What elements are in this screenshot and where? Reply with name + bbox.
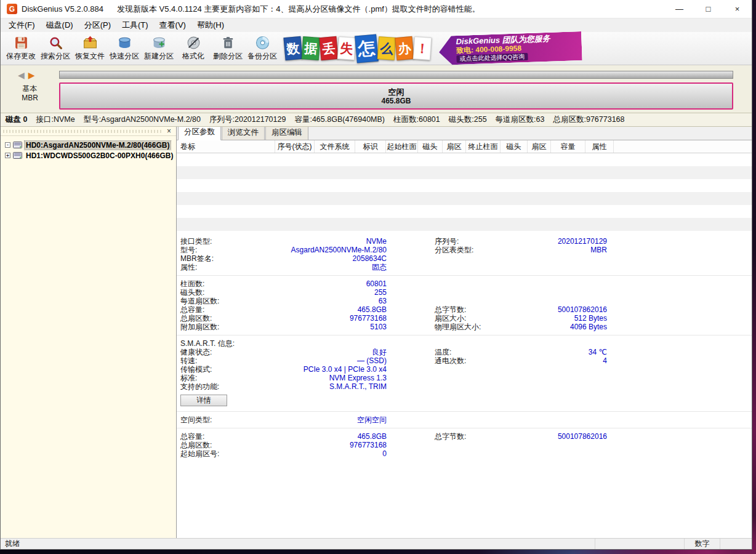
detail-value: 固态 — [273, 263, 387, 271]
ad-tile: 据 — [302, 36, 321, 60]
tree-panel-header: × — [1, 127, 176, 136]
tab-partition-params[interactable]: 分区参数 — [178, 127, 221, 140]
detail-value — [526, 254, 607, 263]
ad-tile: 失 — [337, 36, 356, 60]
detail-label — [435, 288, 526, 297]
table-header-cell[interactable]: 属性 — [585, 140, 614, 153]
detail-label: 标准: — [180, 374, 273, 382]
ad-banner[interactable]: DiskGenius 团队为您服务 致电: 400-008-9958 或点击此处… — [438, 31, 582, 65]
detail-value — [526, 441, 607, 449]
next-disk-arrow-icon[interactable]: ▶ — [28, 70, 35, 80]
detail-value: NVM Express 1.3 — [273, 374, 387, 382]
free-space-partition[interactable]: 空闲 465.8GB — [59, 82, 733, 110]
table-header-cell[interactable]: 起始柱面 — [386, 140, 418, 153]
detail-label: MBR签名: — [180, 254, 273, 263]
menu-item[interactable]: 工具(T) — [116, 18, 154, 32]
toolbar-label: 备份分区 — [247, 51, 277, 62]
detail-section-identity: 接口类型: NVMe 序列号: 202012170129 型号: AsgardA… — [177, 233, 752, 275]
disk-overview-bar[interactable] — [59, 71, 733, 79]
detail-value: 4096 Bytes — [526, 323, 607, 331]
detail-label: 起始扇区号: — [180, 449, 273, 458]
detail-label — [435, 263, 526, 271]
ad-tile: 数 — [283, 36, 302, 60]
collapse-icon[interactable]: - — [5, 142, 10, 148]
table-header-cell[interactable]: 标识 — [355, 140, 386, 153]
disk-tree: - HD0:AsgardAN2500NVMe-M.2/80(466GB) + H… — [1, 136, 176, 164]
detail-value — [526, 416, 607, 424]
maximize-button[interactable]: □ — [694, 0, 723, 18]
prev-disk-arrow-icon[interactable]: ◀ — [18, 70, 25, 80]
table-header-cell[interactable]: 磁头 — [418, 140, 443, 153]
detail-label — [435, 254, 526, 263]
toolbar-label: 保存更改 — [6, 51, 36, 62]
menu-item[interactable]: 查看(V) — [154, 18, 191, 32]
disk-info-line: 磁盘 0接口:NVMe型号:AsgardAN2500NVMe-M.2/80序列号… — [1, 113, 752, 127]
detail-row: 空间类型: 空闲空间 — [177, 416, 752, 424]
disk-info-segment: 总扇区数:976773168 — [553, 114, 624, 125]
partition-table-label: MBR — [1, 94, 59, 103]
detail-row: 总容量: 465.8GB 总字节数: 500107862016 — [177, 305, 752, 314]
table-header-cell[interactable]: 终止柱面 — [466, 140, 501, 153]
detail-value — [526, 297, 607, 305]
table-header-cell[interactable]: 文件系统 — [315, 140, 355, 153]
partition-table-body — [177, 153, 752, 231]
search-partition-button[interactable]: 搜索分区 — [38, 33, 73, 64]
menu-item[interactable]: 帮助(H) — [191, 18, 230, 32]
table-row — [177, 205, 752, 218]
table-header-cell[interactable]: 扇区 — [443, 140, 466, 153]
app-title: DiskGenius V5.2.0.884 — [22, 4, 103, 14]
tree-item-hd0[interactable]: - HD0:AsgardAN2500NVMe-M.2/80(466GB) — [2, 140, 175, 150]
table-header-cell[interactable]: 卷标 — [177, 140, 275, 153]
detail-label — [435, 374, 526, 382]
detail-label: 每道扇区数: — [180, 297, 273, 305]
toolbar-label: 搜索分区 — [41, 51, 70, 62]
recover-files-button[interactable]: 恢复文件 — [73, 33, 107, 64]
menu-item[interactable]: 分区(P) — [79, 18, 116, 32]
disk-info-segment: 序列号:202012170129 — [209, 114, 286, 125]
minimize-button[interactable]: — — [665, 0, 694, 18]
detail-label — [435, 297, 526, 305]
detail-value: 34 ℃ — [526, 348, 607, 356]
partition-size: 465.8GB — [381, 97, 411, 105]
detail-value: PCIe 3.0 x4 | PCIe 3.0 x4 — [273, 365, 387, 374]
detail-section-free-space: 总容量: 465.8GB 总字节数: 500107862016 总扇区数: 97… — [177, 428, 752, 462]
menu-item[interactable]: 文件(F) — [3, 18, 41, 32]
table-header-cell[interactable]: 序号(状态) — [275, 140, 315, 153]
table-header-cell[interactable]: 容量 — [551, 140, 585, 153]
detail-label: 型号: — [180, 246, 273, 254]
detail-label — [435, 416, 526, 424]
detail-row: 转速: — (SSD) 通电次数: 4 — [177, 356, 752, 365]
table-header-cell[interactable]: 扇区 — [528, 140, 551, 153]
save-changes-button[interactable]: 保存更改 — [4, 33, 38, 64]
disk-bar-left: ◀ ▶ 基本 MBR — [1, 65, 59, 113]
tree-item-label[interactable]: HD1:WDCWDS500G2B0C-00PXH0(466GB) — [25, 151, 174, 160]
detail-label: 空间类型: — [180, 416, 273, 424]
smart-details-button[interactable]: 详情 — [180, 395, 227, 406]
detail-label: 附加扇区数: — [180, 323, 273, 331]
detail-label — [435, 382, 526, 391]
tree-item-hd1[interactable]: + HD1:WDCWDS500G2B0C-00PXH0(466GB) — [2, 150, 175, 161]
detail-value: NVMe — [273, 237, 387, 246]
new-partition-button[interactable]: 新建分区 — [142, 33, 176, 64]
toolbar-label: 新建分区 — [144, 51, 174, 62]
expand-icon[interactable]: + — [5, 153, 10, 158]
detail-label: 支持的功能: — [180, 382, 273, 391]
desktop-background: { "titlebar": { "logo_letter": "G", "app… — [0, 0, 756, 554]
promo-ad[interactable]: 数据丢失怎么办！ DiskGenius 团队为您服务 致电: 400-008-9… — [284, 32, 582, 65]
format-button[interactable]: 格式化 — [176, 33, 211, 64]
table-header-cell[interactable]: 磁头 — [501, 140, 528, 153]
close-button[interactable]: × — [723, 0, 752, 18]
detail-label: 柱面数: — [180, 279, 273, 288]
recover-files-icon — [82, 35, 98, 50]
backup-partition-button[interactable]: 备份分区 — [245, 33, 279, 64]
delete-partition-button[interactable]: 删除分区 — [211, 33, 245, 64]
quick-partition-button[interactable]: 快速分区 — [107, 33, 142, 64]
panel-close-icon[interactable]: × — [167, 127, 171, 135]
ad-tile: 办 — [395, 36, 414, 60]
detail-row: 总扇区数: 976773168 扇区大小: 512 Bytes — [177, 314, 752, 323]
tab-browse-files[interactable]: 浏览文件 — [222, 127, 265, 140]
detail-label — [435, 449, 526, 458]
tab-sector-edit[interactable]: 扇区编辑 — [265, 127, 308, 140]
tree-item-label[interactable]: HD0:AsgardAN2500NVMe-M.2/80(466GB) — [25, 141, 171, 150]
menu-item[interactable]: 磁盘(D) — [41, 18, 79, 32]
